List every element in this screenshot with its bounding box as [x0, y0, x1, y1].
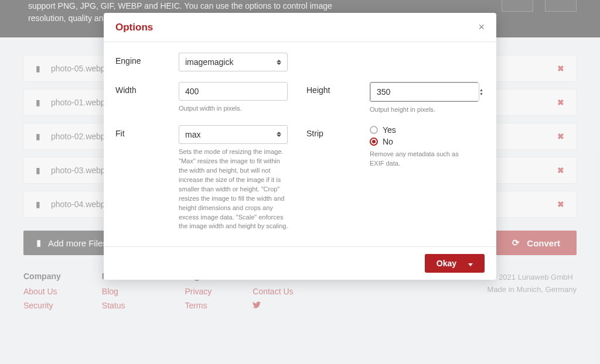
fit-value: max	[185, 130, 200, 139]
fit-help: Sets the mode of resizing the image. "Ma…	[179, 147, 290, 231]
fit-select[interactable]: max	[179, 125, 288, 144]
close-icon[interactable]: ×	[478, 21, 485, 33]
engine-select[interactable]: imagemagick	[179, 53, 288, 71]
modal-overlay[interactable]: Options × Engine imagemagick	[0, 0, 600, 364]
strip-yes-label: Yes	[383, 125, 396, 135]
modal-body: Engine imagemagick Width Output wid	[104, 42, 496, 246]
strip-radio-group: Yes No	[370, 125, 485, 146]
modal-header: Options ×	[104, 13, 496, 42]
width-input[interactable]	[179, 82, 288, 101]
height-input-wrapper: ▲ ▼	[370, 82, 479, 102]
fit-label: Fit	[115, 125, 171, 231]
okay-label: Okay	[437, 259, 456, 268]
strip-radio-yes[interactable]: Yes	[370, 125, 485, 135]
engine-label: Engine	[115, 53, 171, 71]
strip-label: Strip	[306, 125, 362, 231]
radio-dot-icon	[370, 138, 378, 146]
width-label: Width	[115, 82, 171, 115]
modal-footer: Okay	[104, 246, 496, 280]
options-modal: Options × Engine imagemagick	[104, 13, 496, 280]
strip-help: Remove any metadata such as EXIF data.	[370, 150, 469, 169]
height-label: Height	[306, 82, 362, 115]
width-help: Output width in pixels.	[179, 104, 290, 114]
select-updown-icon	[277, 60, 281, 65]
height-input[interactable]	[370, 83, 479, 101]
radio-dot-icon	[370, 126, 378, 134]
height-step-down-icon[interactable]: ▼	[479, 92, 483, 96]
strip-radio-no[interactable]: No	[370, 137, 485, 146]
okay-button[interactable]: Okay	[425, 254, 485, 273]
modal-title: Options	[115, 22, 153, 33]
height-help: Output height in pixels.	[370, 105, 481, 115]
strip-no-label: No	[383, 137, 393, 146]
select-updown-icon	[277, 132, 281, 137]
chevron-down-icon	[468, 259, 473, 268]
engine-value: imagemagick	[185, 57, 233, 67]
height-step-up-icon[interactable]: ▲	[479, 88, 483, 92]
